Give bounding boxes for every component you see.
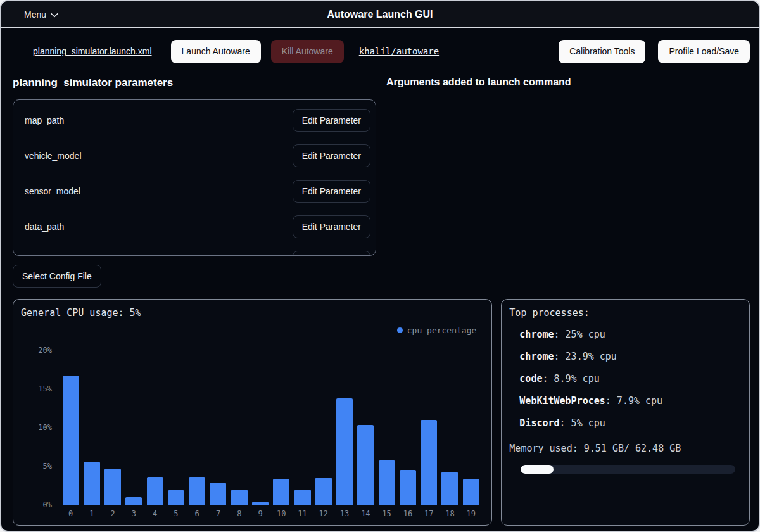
edit-parameter-button[interactable]: Edit Parameter [293,109,370,132]
x-tick-label: 19 [460,509,481,518]
bar-slot [376,346,397,505]
bar-slot [187,346,208,505]
cpu-bar [231,490,248,505]
headings-row: planning_simulator parameters Arguments … [1,63,759,89]
edit-parameter-button[interactable]: Edit Parameter [293,144,370,167]
legend-label: cpu percentage [407,326,477,335]
parameter-row: sensor_modelEdit Parameter [25,180,370,203]
cpu-chart-bars: 0%5%10%15%20% [60,346,481,505]
cpu-bar [336,398,353,505]
process-item: chrome: 23.9% cpu [519,351,742,362]
x-tick-label: 18 [440,509,460,518]
x-tick-label: 9 [250,509,270,518]
bar-slot [419,346,440,505]
cpu-bar [357,425,374,505]
cpu-bar [379,460,395,505]
calibration-tools-button[interactable]: Calibration Tools [559,40,645,63]
bar-slot [334,346,355,505]
toolbar-right-group: Calibration Tools Profile Load/Save [559,40,750,63]
parameters-heading: planning_simulator parameters [13,77,376,89]
cpu-bar [210,483,226,505]
cpu-chart-xlabels: 012345678910111213141516171819 [60,509,481,518]
bar-slot [313,346,334,505]
process-item: WebKitWebProces: 7.9% cpu [519,395,742,407]
bar-slot [81,346,102,505]
x-tick-label: 8 [229,509,250,518]
chart-legend: cpu percentage [21,326,476,335]
bar-slot [208,346,229,505]
app-window: Menu Autoware Launch GUI planning_simula… [0,0,760,532]
kill-autoware-button[interactable]: Kill Autoware [271,40,344,63]
cpu-usage-title: General CPU usage: 5% [21,307,484,319]
edit-parameter-button[interactable]: Edit Parameter [293,180,370,203]
profile-load-save-button[interactable]: Profile Load/Save [658,40,750,63]
bar-slot [250,346,270,505]
cpu-bar [84,462,100,505]
cpu-bar [104,469,121,505]
process-name: chrome [519,329,554,340]
bar-slot [292,346,313,505]
process-name: WebKitWebProces [519,395,605,407]
x-tick-label: 15 [376,509,397,518]
legend-dot-icon [397,327,403,333]
bar-slot [60,346,81,505]
repo-link[interactable]: khalil/autoware [359,46,439,56]
top-processes-title: Top processes: [509,307,742,319]
memory-progress-bar [521,465,735,474]
parameters-card: map_pathEdit Parametervehicle_modelEdit … [13,99,376,256]
parameter-name: sensor_model [25,186,80,196]
launch-file-link[interactable]: planning_simulator.launch.xml [33,46,152,56]
cpu-bar [273,479,289,505]
process-item: code: 8.9% cpu [519,373,742,384]
parameter-row: data_pathEdit Parameter [25,215,370,238]
launch-autoware-button[interactable]: Launch Autoware [171,40,261,63]
select-config-file-button[interactable]: Select Config File [13,265,101,288]
x-tick-label: 12 [313,509,334,518]
title-bar: Menu Autoware Launch GUI [1,1,759,28]
x-tick-label: 7 [208,509,229,518]
bar-slot [440,346,460,505]
process-item: chrome: 25% cpu [519,329,742,340]
bottom-panels: General CPU usage: 5% cpu percentage 0%5… [1,288,759,526]
parameter-name: map_path [25,115,64,125]
x-tick-label: 5 [165,509,186,518]
parameter-row: map_pathEdit Parameter [25,109,370,132]
cpu-bar [189,477,205,505]
x-tick-label: 10 [271,509,292,518]
cpu-bar [421,420,437,505]
edit-parameter-button[interactable]: Edit Parameter [293,215,370,238]
process-name: code [519,373,542,384]
x-tick-label: 4 [144,509,165,518]
toolbar: planning_simulator.launch.xml Launch Aut… [1,28,759,63]
y-tick-label: 15% [24,384,52,393]
parameter-row: Edit Parameter [25,251,370,256]
x-tick-label: 3 [124,509,144,518]
x-tick-label: 1 [81,509,102,518]
x-tick-label: 6 [187,509,208,518]
bar-slot [397,346,418,505]
y-tick-label: 0% [24,500,52,509]
parameter-name: data_path [25,222,64,232]
x-tick-label: 13 [334,509,355,518]
memory-used-label: Memory used: 9.51 GB/ 62.48 GB [509,443,742,454]
x-tick-label: 16 [397,509,418,518]
app-title: Autoware Launch GUI [1,9,759,20]
x-tick-label: 17 [419,509,440,518]
y-tick-label: 20% [24,346,52,355]
cpu-bar [252,502,269,505]
y-tick-label: 10% [24,423,52,432]
cpu-bar [168,490,184,505]
edit-parameter-button[interactable]: Edit Parameter [293,251,370,256]
bar-slot [124,346,144,505]
process-list: chrome: 25% cpuchrome: 23.9% cpucode: 8.… [519,329,742,429]
cpu-bar [63,376,79,505]
cpu-bar [294,490,311,505]
bar-slot [229,346,250,505]
cpu-bar [315,478,332,505]
parameter-name: vehicle_model [25,151,82,161]
parameter-row: vehicle_modelEdit Parameter [25,144,370,167]
cpu-bar [441,472,458,505]
bar-slot [165,346,186,505]
top-processes-card: Top processes: chrome: 25% cpuchrome: 23… [501,299,750,526]
memory-progress-fill [521,465,553,474]
